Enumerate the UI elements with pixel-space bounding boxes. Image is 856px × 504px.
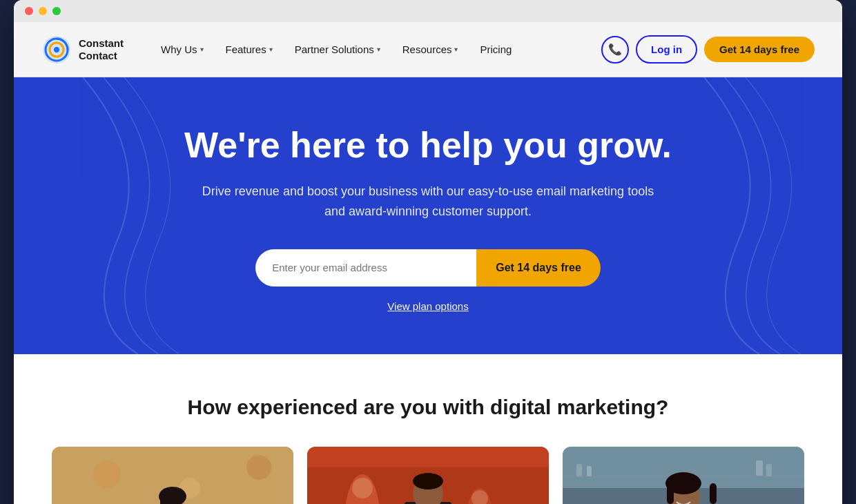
nav-item-partner-solutions[interactable]: Partner Solutions ▾ [285,38,390,61]
close-button[interactable] [25,7,33,15]
svg-point-26 [413,473,443,490]
hero-subtitle: Drive revenue and boost your business wi… [193,182,663,222]
svg-rect-14 [160,496,166,504]
section-title: How experienced are you with digital mar… [41,396,815,419]
experience-card-intermediate[interactable] [307,447,549,504]
browser-window: Constant Contact Why Us ▾ Features ▾ Par… [14,0,842,504]
nav-item-pricing[interactable]: Pricing [470,38,521,61]
svg-rect-32 [576,464,582,476]
minimize-button[interactable] [39,7,47,15]
maximize-button[interactable] [52,7,61,15]
phone-icon: 📞 [608,43,622,56]
view-plans-link[interactable]: View plan options [387,300,468,312]
nav-item-whyus[interactable]: Why Us ▾ [151,38,213,61]
phone-button[interactable]: 📞 [601,36,629,64]
experience-card-beginner[interactable] [52,447,293,504]
svg-point-3 [54,47,59,52]
chevron-down-icon: ▾ [200,46,204,53]
chevron-down-icon: ▾ [454,46,458,53]
svg-rect-41 [667,483,674,504]
nav-item-features[interactable]: Features ▾ [216,38,282,61]
experience-section: How experienced are you with digital mar… [14,354,842,504]
navbar: Constant Contact Why Us ▾ Features ▾ Par… [14,22,842,77]
experience-card-advanced[interactable] [563,447,804,504]
chevron-down-icon: ▾ [269,46,273,53]
nav-item-resources[interactable]: Resources ▾ [393,38,468,61]
svg-rect-33 [587,466,592,476]
email-input[interactable] [255,249,476,287]
nav-actions: 📞 Log in Get 14 days free [601,35,815,64]
logo[interactable]: Constant Contact [41,35,124,65]
svg-rect-34 [756,461,763,476]
login-button[interactable]: Log in [636,35,697,64]
get-free-trial-nav-button[interactable]: Get 14 days free [704,37,815,62]
hero-section: We're here to help you grow. Drive reven… [14,77,842,354]
nav-links: Why Us ▾ Features ▾ Partner Solutions ▾ … [151,38,601,61]
hero-title: We're here to help you grow. [41,126,815,165]
hero-signup-form: Get 14 days free [41,249,815,287]
svg-point-19 [352,478,373,498]
svg-rect-35 [766,464,772,476]
svg-point-5 [93,461,121,488]
svg-point-7 [246,455,271,480]
hero-cta-button[interactable]: Get 14 days free [476,249,601,287]
chevron-down-icon: ▾ [377,46,380,53]
logo-text: Constant Contact [79,37,124,62]
logo-icon [41,35,72,65]
experience-cards [41,447,815,504]
svg-rect-42 [710,483,717,504]
browser-chrome [14,0,842,22]
